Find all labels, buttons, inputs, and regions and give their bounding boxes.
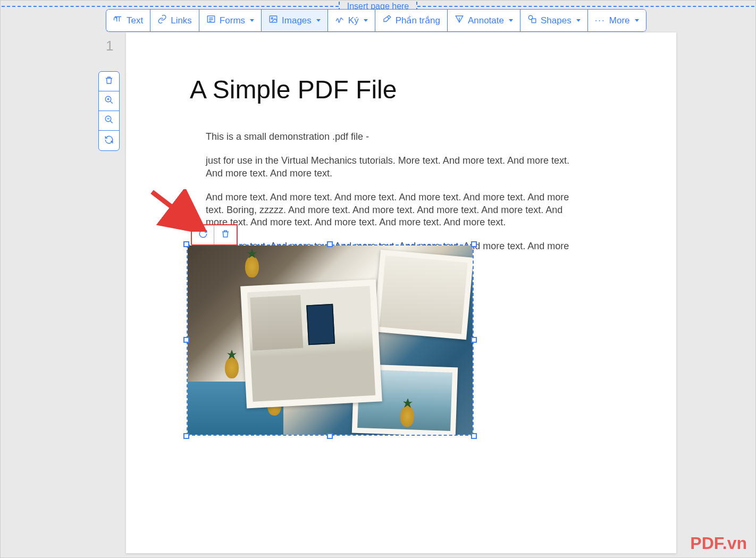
trash-icon <box>221 229 230 241</box>
svg-rect-1 <box>270 16 277 22</box>
image-icon <box>268 14 278 27</box>
caret-icon <box>316 19 321 22</box>
resize-handle-tr[interactable] <box>471 241 477 247</box>
rotate-image-button[interactable] <box>192 225 214 244</box>
resize-handle-bm[interactable] <box>327 433 333 439</box>
resize-handle-tl[interactable] <box>183 241 189 247</box>
main-toolbar: Text Links Forms Images Ký Phần trắng An… <box>106 9 646 32</box>
text-icon <box>113 14 123 27</box>
resize-handle-tm[interactable] <box>327 241 333 247</box>
dash-right <box>417 6 754 7</box>
annotate-label: Annotate <box>468 15 504 26</box>
images-button[interactable]: Images <box>261 9 327 32</box>
text-button[interactable]: Text <box>106 9 150 32</box>
selection-border <box>187 244 474 436</box>
links-button[interactable]: Links <box>150 9 199 32</box>
sign-icon <box>335 14 345 27</box>
rotate-icon <box>104 135 114 147</box>
svg-rect-4 <box>532 19 536 23</box>
side-toolbar <box>98 71 120 151</box>
inserted-image-selection[interactable] <box>187 244 474 436</box>
document-title: A Simple PDF File <box>190 75 618 104</box>
text-label: Text <box>127 15 143 26</box>
trash-icon <box>104 75 114 87</box>
caret-icon <box>364 19 368 22</box>
watermark: PDF.vn <box>690 534 747 553</box>
annotate-icon <box>455 14 464 27</box>
links-label: Links <box>171 15 192 26</box>
zoom-in-button[interactable] <box>99 91 119 111</box>
resize-handle-bl[interactable] <box>183 433 189 439</box>
sign-label: Ký <box>348 15 359 26</box>
whiteout-button[interactable]: Phần trắng <box>375 9 447 32</box>
annotate-button[interactable]: Annotate <box>447 9 520 32</box>
resize-handle-br[interactable] <box>471 433 477 439</box>
shapes-label: Shapes <box>541 15 572 26</box>
caret-icon <box>635 19 639 22</box>
images-label: Images <box>282 15 312 26</box>
delete-page-button[interactable] <box>99 72 119 91</box>
rotate-page-button[interactable] <box>99 131 119 150</box>
resize-handle-ml[interactable] <box>183 337 189 343</box>
zoom-out-icon <box>104 115 114 126</box>
resize-handle-mr[interactable] <box>471 337 477 343</box>
more-icon: ··· <box>595 15 606 26</box>
dash-left <box>2 6 339 7</box>
shapes-button[interactable]: Shapes <box>520 9 587 32</box>
form-icon <box>206 14 216 27</box>
paragraph: This is a small demonstration .pdf file … <box>190 131 573 143</box>
more-label: More <box>609 15 630 26</box>
paragraph: And more text. And more text. And more t… <box>190 191 573 229</box>
caret-icon <box>576 19 581 22</box>
link-icon <box>157 14 167 27</box>
forms-label: Forms <box>220 15 245 26</box>
whiteout-label: Phần trắng <box>396 15 440 26</box>
svg-point-2 <box>271 18 273 19</box>
rotate-cw-icon <box>198 229 208 241</box>
zoom-out-button[interactable] <box>99 111 119 131</box>
eraser-icon <box>382 14 392 27</box>
shapes-icon <box>527 14 537 27</box>
more-button[interactable]: ··· More <box>587 9 646 32</box>
zoom-in-icon <box>104 95 114 107</box>
image-context-toolbar <box>191 224 238 246</box>
forms-button[interactable]: Forms <box>199 9 261 32</box>
page-number: 1 <box>106 38 113 54</box>
paragraph: just for use in the Virtual Mechanics tu… <box>190 155 573 180</box>
sign-button[interactable]: Ký <box>327 9 375 32</box>
caret-icon <box>250 19 254 22</box>
delete-image-button[interactable] <box>214 225 237 244</box>
caret-icon <box>509 19 513 22</box>
